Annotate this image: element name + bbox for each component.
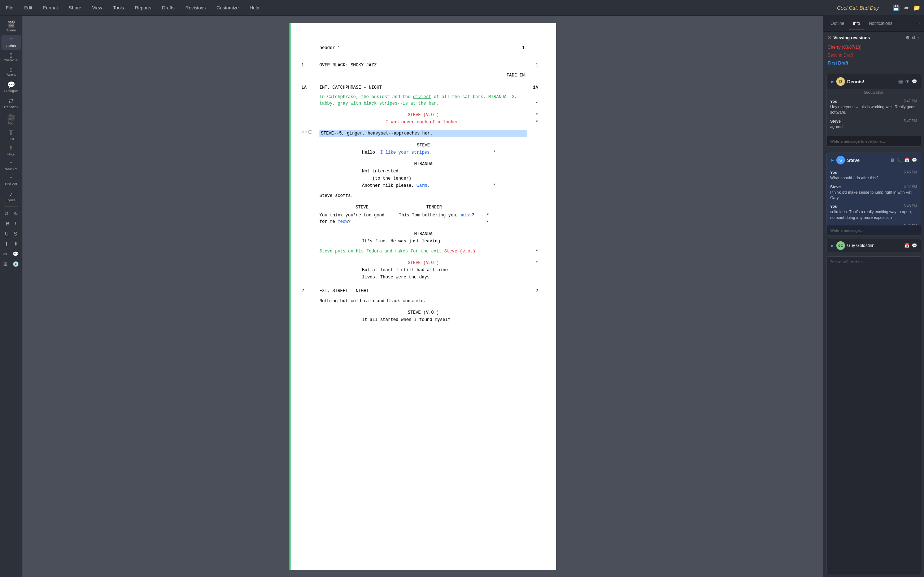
page-header: header 1 1. (320, 45, 527, 51)
share-icon[interactable]: ➦ (904, 4, 909, 11)
upload-button[interactable]: ⬆ (3, 240, 10, 248)
folder-icon[interactable]: 📁 (913, 4, 921, 11)
menu-edit[interactable]: Edit (22, 3, 34, 12)
menu-drafts[interactable]: Drafts (160, 3, 177, 12)
menu-revisions[interactable]: Revisions (183, 3, 208, 12)
steve-phone-icon[interactable]: 📞 (897, 158, 902, 163)
miranda-paren: (to the tender) (362, 175, 485, 182)
miranda2-text: It's fine. He was just leaving. (362, 239, 443, 244)
steve-msg-1: You 5:46 PM What should I do after this? (830, 170, 917, 181)
redo-button[interactable]: ↻ (12, 210, 20, 218)
scene-label: Scene (6, 28, 16, 32)
tool-lyrics[interactable]: ♪ Lyrics (2, 189, 21, 204)
dual-tender-dialogue: This Tom bothering you, miss? * * (399, 211, 478, 226)
app-title: Cool Cat, Bad Day (837, 5, 879, 11)
italic-button[interactable]: I (13, 220, 18, 227)
dual-steve-char: STEVE (355, 204, 368, 211)
underline-button[interactable]: U (3, 230, 10, 238)
dual-asterisk2: * (486, 219, 489, 226)
disk-button[interactable]: 💿 (11, 260, 21, 268)
tab-notifications[interactable]: Notifications (864, 17, 897, 30)
tool-scene[interactable]: 🎬 Scene (2, 19, 21, 34)
rev-icon-check: ⟳ (301, 130, 304, 135)
dennis-video-icon[interactable]: 📹 (898, 79, 903, 84)
steve-chat-section: ➤ S Steve 🖥 📞 📅 💬 You 5:46 PM What shoul… (826, 153, 921, 236)
dennis-eye-icon[interactable]: 👁 (905, 79, 909, 84)
tool-transition[interactable]: ⇄ Transition (2, 95, 21, 111)
miranda-d1-text: Not interested. (362, 169, 401, 174)
guy-chat-icon[interactable]: 💬 (912, 243, 917, 248)
menu-reports[interactable]: Reports (133, 3, 154, 12)
revision-cherry[interactable]: Cherry (03/07/18) (828, 43, 920, 51)
strikethrough-button[interactable]: S (12, 230, 19, 238)
revisions-close[interactable]: ✕ (828, 35, 831, 40)
dennis-chat-input[interactable] (827, 136, 921, 147)
group-chat-label[interactable]: Group chat (827, 89, 921, 96)
dennis-chat-messages: You 5:47 PM Hey everyone -- this is work… (827, 96, 921, 136)
steve-calendar-icon[interactable]: 📅 (904, 158, 909, 163)
menu-tools[interactable]: Tools (111, 3, 126, 12)
steve-chat-input[interactable] (827, 225, 921, 235)
steve-action-line[interactable]: ⟳ ⊕ 💬 STEVE--5, ginger, heavyset--approa… (320, 130, 527, 137)
guy-calendar-icon[interactable]: 📅 (904, 243, 909, 248)
personal-notes-input[interactable] (826, 256, 921, 574)
tool-parens[interactable]: () Parens (2, 65, 21, 79)
grid-button[interactable]: ⊞ (2, 260, 10, 268)
steve-msg-3: You 5:48 PM solid idea. That's a really … (830, 204, 917, 220)
menu-help[interactable]: Help (247, 3, 262, 12)
tool-action[interactable]: ≡ Action (2, 35, 21, 50)
undo-button[interactable]: ↺ (3, 210, 10, 218)
left-toolbar: 🎬 Scene ≡ Action () Character () Parens … (0, 16, 23, 577)
tool-dialogue[interactable]: 💬 Dialogue (2, 79, 21, 95)
revisions-title-text: Viewing revisions (834, 35, 870, 40)
transition-icon: ⇄ (8, 98, 14, 104)
steve-vo-block: STEVE (V.O.) * (320, 112, 527, 118)
rev-action-up[interactable]: ↑ (918, 35, 920, 40)
rev-action-undo[interactable]: ↺ (912, 35, 915, 40)
script-page: header 1 1. 1 OVER BLACK: SMOKY JAZZ. 1 … (289, 23, 556, 570)
scissors-button[interactable]: ✂ (2, 250, 10, 258)
dual-tender-d1-text: This Tom bothering you, miss? (399, 213, 474, 218)
steve-chat-icon[interactable]: 💬 (912, 158, 917, 163)
cold-rain-action: Nothing but cold rain and black concrete… (320, 298, 527, 305)
tool-end-act[interactable]: ” End Act (2, 174, 21, 188)
miranda2-char: MIRANDA (320, 231, 527, 237)
comment-button[interactable]: 💬 (11, 250, 21, 258)
revision-second[interactable]: Second Draft (828, 51, 920, 59)
download-button[interactable]: ⬇ (12, 240, 20, 248)
meow-text: meow (338, 219, 348, 224)
rev-icon-chat: 💬 (308, 130, 312, 135)
fedora-action: Steve puts on his fedora and makes for t… (320, 248, 527, 255)
menu-view[interactable]: View (90, 3, 104, 12)
toolbar-bottom-row5: ✂ 💬 (0, 249, 22, 259)
script-container[interactable]: header 1 1. 1 OVER BLACK: SMOKY JAZZ. 1 … (23, 16, 823, 577)
dual-dialogue-block: You think you're too good for me meow? T… (320, 211, 527, 226)
rev-action-settings[interactable]: ⚙ (906, 35, 909, 40)
tool-character[interactable]: () Character (2, 50, 21, 64)
tool-note[interactable]: ! Note (2, 143, 21, 158)
menu-file[interactable]: File (3, 3, 16, 12)
tab-info[interactable]: Info (848, 17, 864, 30)
bold-button[interactable]: B (4, 220, 11, 227)
tool-new-act[interactable]: “ New Act (2, 159, 21, 173)
lyrics-label: Lyrics (6, 198, 15, 202)
steve-vo2-d2-text: lives. Those were the days. (362, 275, 432, 280)
revision-first[interactable]: First Draft (828, 59, 920, 67)
note-label: Note (7, 152, 15, 156)
steve-stripes-text: I like your stripes. (380, 150, 432, 155)
panel-collapse[interactable]: → (915, 21, 921, 27)
steve-msg-2: Steve 5:47 PM I think it'd make sense to… (830, 185, 917, 201)
steve-char-name: STEVE (320, 142, 527, 148)
steve-vo2-dialogue: But at least I still had all nine lives.… (362, 267, 485, 280)
menu-format[interactable]: Format (41, 3, 60, 12)
steve-vo2-d1: But at least I still had all nine (362, 267, 485, 273)
steve-name: Steve (847, 158, 888, 163)
tool-shot[interactable]: 🎥 Shot (2, 112, 21, 127)
tab-outline[interactable]: Outline (826, 17, 848, 30)
menu-share[interactable]: Share (67, 3, 84, 12)
tool-text[interactable]: T Text (2, 128, 21, 143)
steve-monitor-icon[interactable]: 🖥 (890, 158, 894, 163)
save-icon[interactable]: 💾 (893, 4, 900, 11)
dennis-chat-icon[interactable]: 💬 (912, 79, 917, 84)
menu-customize[interactable]: Customize (215, 3, 241, 12)
